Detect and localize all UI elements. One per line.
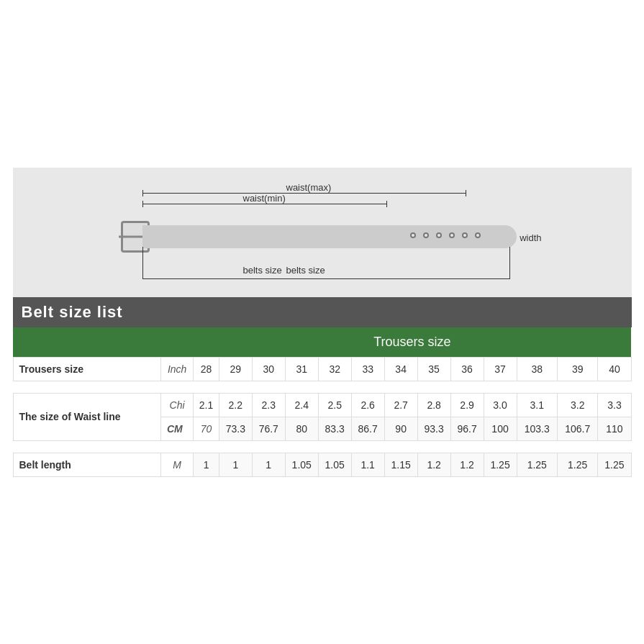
table-cell: 2.6 [351,393,384,417]
table-cell: 29 [219,357,252,381]
size-table: Trousers size Trousers sizeInch282930313… [13,327,632,477]
table-cell: 73.3 [219,417,252,440]
table-cell: 3.0 [484,393,517,417]
table-cell: 86.7 [351,417,384,440]
table-cell: 2.9 [450,393,484,417]
table-cell: 1.05 [318,453,351,476]
table-cell: 37 [484,357,517,381]
main-container: waist(max) waist(min) width belts [13,168,632,477]
table-header-trousers-size: Trousers size [194,327,631,358]
waist-min-line [142,204,387,204]
table-cell: 1.1 [351,453,384,476]
belt-size-heading: Belt size list [13,297,632,327]
table-cell: 34 [384,357,417,381]
table-cell: 70 [194,417,219,440]
table-row-waist-chi: The size of Waist lineChi2.12.22.32.42.5… [13,393,631,417]
table-cell: 2.2 [219,393,252,417]
belt-hole-6 [475,232,481,238]
table-cell: 36 [450,357,484,381]
belt-hole-5 [462,232,468,238]
table-cell: 3.2 [557,393,597,417]
waist-min-label: waist(min) [243,193,286,204]
table-cell: 1.25 [598,453,631,476]
belts-size-text: belts size [243,265,282,276]
table-cell: 2.5 [318,393,351,417]
waist-max-label: waist(max) [286,182,332,193]
table-cell: 76.7 [252,417,285,440]
table-cell: 30 [252,357,285,381]
table-cell: 40 [598,357,631,381]
table-cell: 1.25 [557,453,597,476]
waist-max-line [142,193,466,194]
table-cell: 33 [351,357,384,381]
table-cell: 1.25 [517,453,557,476]
table-cell: 39 [557,357,597,381]
table-cell: 1.2 [450,453,484,476]
table-cell: 110 [598,417,631,440]
table-cell: 103.3 [517,417,557,440]
dimension-lines: waist(max) waist(min) [142,189,502,229]
table-cell: 28 [194,357,219,381]
table-cell: 1 [252,453,285,476]
table-cell: 83.3 [318,417,351,440]
table-cell: 3.1 [517,393,557,417]
table-cell: 2.1 [194,393,219,417]
diagram-inner: waist(max) waist(min) width belts [99,189,545,283]
belt-hole-3 [436,232,442,238]
width-label: width [520,232,541,243]
belt-holes [410,232,481,238]
table-row-belt-length: Belt lengthM1111.051.051.11.151.21.21.25… [13,453,631,476]
table-header-row: Trousers size [13,327,631,358]
table-cell: 106.7 [557,417,597,440]
table-cell: 90 [384,417,417,440]
belt-hole-4 [449,232,455,238]
table-cell: 1.15 [384,453,417,476]
table-cell: 38 [517,357,557,381]
table-body: Trousers sizeInch28293031323334353637383… [13,357,631,476]
table-row-trousers: Trousers sizeInch28293031323334353637383… [13,357,631,381]
belts-size-label: belts size [286,265,325,276]
belt-diagram: waist(max) waist(min) width belts [13,168,632,297]
table-cell: 32 [318,357,351,381]
belt-size-title: Belt size list [22,303,123,321]
belt-hole-2 [423,232,429,238]
spacer-row-2 [13,440,631,453]
table-cell: 100 [484,417,517,440]
table-cell: 1.2 [417,453,450,476]
table-cell: 96.7 [450,417,484,440]
table-cell: 2.3 [252,393,285,417]
table-cell: 3.3 [598,393,631,417]
table-cell: 1.05 [285,453,318,476]
table-cell: 35 [417,357,450,381]
belt-size-left-tick [142,247,143,279]
table-cell: 1 [194,453,219,476]
table-cell: 31 [285,357,318,381]
table-cell: 1.25 [484,453,517,476]
table-cell: 1 [219,453,252,476]
belts-size-line: belts size [142,278,509,279]
table-cell: 93.3 [417,417,450,440]
spacer-row [13,381,631,393]
table-cell: 2.8 [417,393,450,417]
table-cell: 2.7 [384,393,417,417]
belt-size-right-tick [509,247,510,279]
belt-hole-1 [410,232,416,238]
table-header-empty [13,327,194,358]
table-cell: 2.4 [285,393,318,417]
table-cell: 80 [285,417,318,440]
